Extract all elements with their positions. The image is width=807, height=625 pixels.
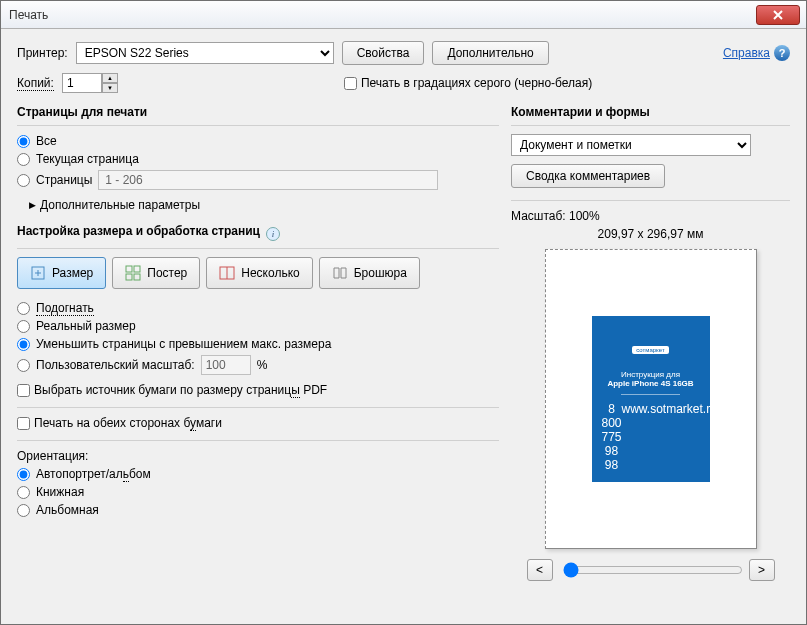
titlebar: Печать <box>1 1 806 29</box>
comments-forms-select[interactable]: Документ и пометки <box>511 134 751 156</box>
pages-section-title: Страницы для печати <box>17 105 499 119</box>
poster-icon <box>125 265 141 281</box>
copies-down-button[interactable]: ▼ <box>102 83 118 93</box>
scale-readout: Масштаб: 100% <box>511 209 790 223</box>
radio-custom-scale[interactable]: Пользовательский масштаб: % <box>17 355 499 375</box>
page-preview: сотмаркет Инструкция для Apple iPhone 4S… <box>545 249 757 549</box>
copies-label: Копий: <box>17 76 54 90</box>
tab-poster[interactable]: Постер <box>112 257 200 289</box>
next-page-button[interactable]: > <box>749 559 775 581</box>
radio-all[interactable]: Все <box>17 134 499 148</box>
page-range-group: Все Текущая страница Страницы <box>17 134 499 190</box>
radio-orient-landscape[interactable]: Альбомная <box>17 503 499 517</box>
chevron-right-icon: > <box>758 563 765 577</box>
chevron-left-icon: < <box>536 563 543 577</box>
orientation-label: Ориентация: <box>17 449 499 463</box>
tab-size[interactable]: Размер <box>17 257 106 289</box>
custom-scale-input[interactable] <box>201 355 251 375</box>
sizing-section-title: Настройка размера и обработка страниц <box>17 224 260 238</box>
svg-rect-4 <box>134 274 140 280</box>
help-link[interactable]: Справка <box>723 46 770 60</box>
document-thumbnail: сотмаркет Инструкция для Apple iPhone 4S… <box>592 316 710 482</box>
sizing-tabs: Размер Постер Несколько Брошюра <box>17 257 499 289</box>
page-slider[interactable] <box>561 560 741 581</box>
scale-group: Подогнать Реальный размер Уменьшить стра… <box>17 301 499 375</box>
comments-section-title: Комментарии и формы <box>511 105 790 119</box>
radio-orient-auto[interactable]: Автопортрет/альбом <box>17 467 499 481</box>
size-icon <box>30 265 46 281</box>
grayscale-label: Печать в градациях серого (черно-белая) <box>361 76 592 90</box>
grayscale-input[interactable] <box>344 77 357 90</box>
close-icon <box>773 10 783 20</box>
radio-orient-portrait[interactable]: Книжная <box>17 485 499 499</box>
help-icon[interactable]: ? <box>774 45 790 61</box>
svg-rect-3 <box>126 274 132 280</box>
tab-multiple[interactable]: Несколько <box>206 257 312 289</box>
prev-page-button[interactable]: < <box>527 559 553 581</box>
printer-select[interactable]: EPSON S22 Series <box>76 42 334 64</box>
summarize-comments-button[interactable]: Сводка комментариев <box>511 164 665 188</box>
booklet-icon <box>332 265 348 281</box>
svg-rect-2 <box>134 266 140 272</box>
doc-logo: сотмаркет <box>632 346 668 354</box>
duplex-checkbox[interactable]: Печать на обеих сторонах бумаги <box>17 416 499 430</box>
svg-rect-1 <box>126 266 132 272</box>
copies-input[interactable] <box>62 73 102 93</box>
radio-range[interactable]: Страницы <box>17 170 499 190</box>
grayscale-checkbox[interactable]: Печать в градациях серого (черно-белая) <box>344 76 592 90</box>
orientation-group: Автопортрет/альбом Книжная Альбомная <box>17 467 499 517</box>
radio-fit[interactable]: Подогнать <box>17 301 499 315</box>
radio-actual[interactable]: Реальный размер <box>17 319 499 333</box>
page-range-input[interactable] <box>98 170 438 190</box>
window-title: Печать <box>9 8 48 22</box>
paper-source-checkbox[interactable]: Выбрать источник бумаги по размеру стран… <box>17 383 499 397</box>
radio-shrink[interactable]: Уменьшить страницы с превышением макс. р… <box>17 337 499 351</box>
more-options-expander[interactable]: ▶ Дополнительные параметры <box>29 198 499 212</box>
advanced-button[interactable]: Дополнительно <box>432 41 548 65</box>
printer-label: Принтер: <box>17 46 68 60</box>
radio-current[interactable]: Текущая страница <box>17 152 499 166</box>
multiple-icon <box>219 265 235 281</box>
page-dimensions: 209,97 x 296,97 мм <box>511 227 790 241</box>
tab-booklet[interactable]: Брошюра <box>319 257 420 289</box>
copies-spinner[interactable]: ▲ ▼ <box>62 73 118 93</box>
properties-button[interactable]: Свойства <box>342 41 425 65</box>
info-icon[interactable]: i <box>266 227 280 241</box>
copies-up-button[interactable]: ▲ <box>102 73 118 83</box>
close-button[interactable] <box>756 5 800 25</box>
chevron-right-icon: ▶ <box>29 200 36 210</box>
